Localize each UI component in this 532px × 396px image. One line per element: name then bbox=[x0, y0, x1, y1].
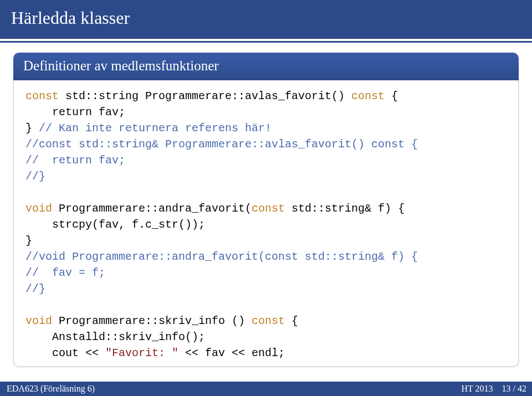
code-block: const std::string Programmerare::avlas_f… bbox=[13, 80, 519, 367]
footer-page-sep: / bbox=[511, 384, 518, 393]
code-token: { bbox=[385, 90, 398, 102]
code-token: std::string& f) { bbox=[285, 202, 405, 215]
code-line: Anstalld::skriv_info(); bbox=[25, 331, 205, 343]
footer-course: EDA623 (Föreläsning 6) bbox=[0, 384, 95, 394]
code-string: "Favorit: " bbox=[105, 347, 178, 359]
code-token: void bbox=[25, 315, 52, 327]
block-title: Definitioner av medlemsfunktioner bbox=[13, 53, 519, 80]
code-comment: //} bbox=[25, 170, 45, 183]
code-token: const bbox=[252, 315, 285, 327]
code-token: const bbox=[25, 90, 59, 102]
slide-footer: EDA623 (Föreläsning 6) HT 2013 13 / 42 bbox=[0, 382, 532, 396]
code-line: return fav; bbox=[25, 106, 125, 119]
code-token: const bbox=[351, 90, 385, 102]
code-token: void bbox=[25, 202, 52, 215]
code-line: strcpy(fav, f.c_str()); bbox=[25, 218, 205, 231]
content-area: Definitioner av medlemsfunktioner const … bbox=[0, 43, 532, 367]
footer-page-total: 42 bbox=[518, 384, 526, 393]
code-token: const bbox=[252, 202, 285, 215]
code-token: { bbox=[285, 315, 298, 327]
code-line: } bbox=[25, 234, 32, 247]
footer-page-current: 13 bbox=[502, 384, 511, 393]
code-comment: // fav = f; bbox=[25, 266, 105, 279]
definition-block: Definitioner av medlemsfunktioner const … bbox=[13, 53, 519, 367]
slide-title: Härledda klasser bbox=[0, 0, 532, 39]
footer-term: HT 2013 bbox=[462, 384, 493, 393]
code-token: } bbox=[25, 122, 39, 135]
code-comment: //} bbox=[25, 282, 45, 295]
code-comment: //const std::string& Programmerare::avla… bbox=[25, 138, 418, 151]
code-token: Programmerare::skriv_info () bbox=[52, 315, 252, 327]
code-token: << fav << endl; bbox=[178, 347, 285, 359]
code-comment: //void Programmerare::andra_favorit(cons… bbox=[25, 250, 418, 263]
code-token: Programmerare::andra_favorit( bbox=[52, 202, 252, 215]
footer-page-info: HT 2013 13 / 42 bbox=[462, 384, 533, 394]
code-token: std::string Programmerare::avlas_favorit… bbox=[59, 90, 351, 102]
code-comment: // return fav; bbox=[25, 154, 125, 167]
code-token: cout << bbox=[25, 347, 105, 359]
code-comment: // Kan inte returnera referens här! bbox=[39, 122, 272, 135]
